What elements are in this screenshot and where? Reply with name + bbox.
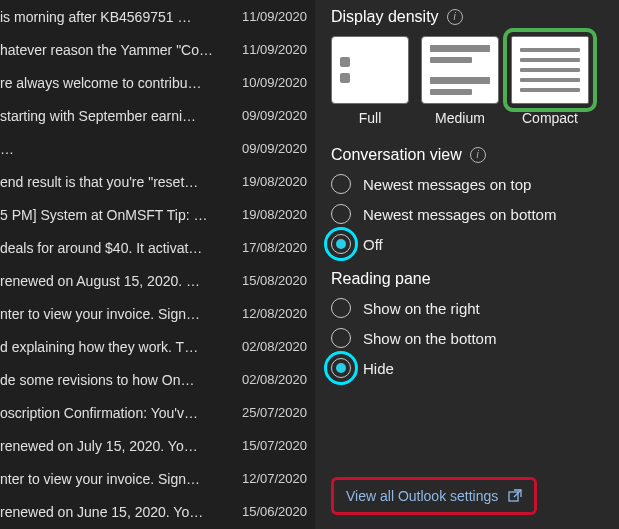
email-row[interactable]: is morning after KB4569751 …11/09/2020 [0, 0, 315, 33]
email-date: 09/09/2020 [227, 141, 307, 156]
info-icon[interactable]: i [447, 9, 463, 25]
reading-pane-title: Reading pane [331, 270, 603, 288]
pane-bottom-label: Show on the bottom [363, 330, 496, 347]
email-row[interactable]: de some revisions to how On…02/08/2020 [0, 363, 315, 396]
density-medium-label: Medium [435, 110, 485, 126]
email-subject: d explaining how they work. T… [0, 339, 227, 355]
density-option-compact[interactable]: Compact [511, 36, 589, 126]
email-row[interactable]: nter to view your invoice. Sign…12/08/20… [0, 297, 315, 330]
email-row[interactable]: nter to view your invoice. Sign…12/07/20… [0, 462, 315, 495]
email-subject: hatever reason the Yammer "Co… [0, 42, 227, 58]
conv-newest-bottom[interactable]: Newest messages on bottom [331, 204, 603, 224]
email-date: 11/09/2020 [227, 42, 307, 57]
density-full-label: Full [359, 110, 382, 126]
email-subject: de some revisions to how On… [0, 372, 227, 388]
pane-hide-label: Hide [363, 360, 394, 377]
email-row[interactable]: starting with September earni…09/09/2020 [0, 99, 315, 132]
open-in-new-icon [508, 489, 522, 503]
density-option-full[interactable]: Full [331, 36, 409, 126]
density-option-medium[interactable]: Medium [421, 36, 499, 126]
conversation-view-label: Conversation view [331, 146, 462, 164]
quick-settings-panel: Display density i Full Medium [315, 0, 619, 529]
email-date: 02/08/2020 [227, 372, 307, 387]
email-date: 19/08/2020 [227, 207, 307, 222]
email-row[interactable]: hatever reason the Yammer "Co…11/09/2020 [0, 33, 315, 66]
density-compact-label: Compact [522, 110, 578, 126]
email-date: 15/08/2020 [227, 273, 307, 288]
conv-newest-top[interactable]: Newest messages on top [331, 174, 603, 194]
email-row[interactable]: renewed on July 15, 2020. Yo…15/07/2020 [0, 429, 315, 462]
email-date: 15/07/2020 [227, 438, 307, 453]
email-subject: is morning after KB4569751 … [0, 9, 227, 25]
email-subject: starting with September earni… [0, 108, 227, 124]
reading-pane-group: Show on the right Show on the bottom Hid… [331, 298, 603, 378]
conv-off[interactable]: Off [331, 234, 603, 254]
pane-hide[interactable]: Hide [331, 358, 603, 378]
radio-icon [331, 298, 351, 318]
radio-icon [331, 234, 351, 254]
email-row[interactable]: end result is that you're "reset…19/08/2… [0, 165, 315, 198]
email-date: 09/09/2020 [227, 108, 307, 123]
email-date: 02/08/2020 [227, 339, 307, 354]
email-subject: renewed on June 15, 2020. Yo… [0, 504, 227, 520]
radio-icon [331, 204, 351, 224]
conversation-view-group: Newest messages on top Newest messages o… [331, 174, 603, 254]
pane-right-label: Show on the right [363, 300, 480, 317]
email-row[interactable]: d explaining how they work. T…02/08/2020 [0, 330, 315, 363]
svg-rect-0 [509, 492, 518, 501]
view-all-label: View all Outlook settings [346, 488, 498, 504]
email-row[interactable]: renewed on June 15, 2020. Yo…15/06/2020 [0, 495, 315, 528]
conv-newest-top-label: Newest messages on top [363, 176, 531, 193]
email-row[interactable]: 5 PM] System at OnMSFT Tip: …19/08/2020 [0, 198, 315, 231]
conv-newest-bottom-label: Newest messages on bottom [363, 206, 556, 223]
email-date: 10/09/2020 [227, 75, 307, 90]
email-subject: re always welcome to contribu… [0, 75, 227, 91]
density-options-row: Full Medium Compact [331, 36, 603, 126]
email-date: 17/08/2020 [227, 240, 307, 255]
email-subject: nter to view your invoice. Sign… [0, 306, 227, 322]
email-subject: renewed on July 15, 2020. Yo… [0, 438, 227, 454]
info-icon[interactable]: i [470, 147, 486, 163]
display-density-label: Display density [331, 8, 439, 26]
email-row[interactable]: …09/09/2020 [0, 132, 315, 165]
email-list: is morning after KB4569751 …11/09/2020ha… [0, 0, 315, 529]
email-subject: oscription Confirmation: You'v… [0, 405, 227, 421]
reading-pane-label: Reading pane [331, 270, 431, 288]
email-subject: nter to view your invoice. Sign… [0, 471, 227, 487]
email-row[interactable]: deals for around $40. It activat…17/08/2… [0, 231, 315, 264]
email-date: 15/06/2020 [227, 504, 307, 519]
email-date: 25/07/2020 [227, 405, 307, 420]
email-subject: end result is that you're "reset… [0, 174, 227, 190]
display-density-title: Display density i [331, 8, 603, 26]
email-row[interactable]: re always welcome to contribu…10/09/2020 [0, 66, 315, 99]
radio-icon [331, 358, 351, 378]
email-subject: renewed on August 15, 2020. … [0, 273, 227, 289]
email-subject: 5 PM] System at OnMSFT Tip: … [0, 207, 227, 223]
conv-off-label: Off [363, 236, 383, 253]
email-date: 11/09/2020 [227, 9, 307, 24]
radio-icon [331, 174, 351, 194]
email-date: 19/08/2020 [227, 174, 307, 189]
email-subject: deals for around $40. It activat… [0, 240, 227, 256]
view-all-settings-wrap: View all Outlook settings [331, 477, 603, 517]
email-date: 12/07/2020 [227, 471, 307, 486]
pane-right[interactable]: Show on the right [331, 298, 603, 318]
radio-icon [331, 328, 351, 348]
conversation-view-title: Conversation view i [331, 146, 603, 164]
view-all-outlook-settings-button[interactable]: View all Outlook settings [331, 477, 537, 515]
email-row[interactable]: renewed on August 15, 2020. …15/08/2020 [0, 264, 315, 297]
email-row[interactable]: oscription Confirmation: You'v…25/07/202… [0, 396, 315, 429]
pane-bottom[interactable]: Show on the bottom [331, 328, 603, 348]
email-date: 12/08/2020 [227, 306, 307, 321]
email-subject: … [0, 141, 227, 157]
